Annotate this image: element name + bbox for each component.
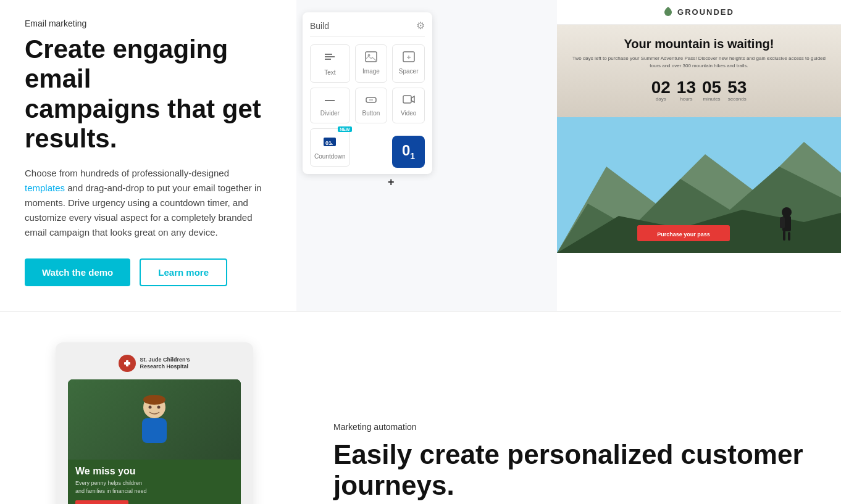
email-card-text-area: We miss you Every penny helps childrenan… xyxy=(68,460,241,504)
builder-item-countdown[interactable]: New 01 ₁ Countdown xyxy=(310,128,350,167)
email-hero-title: Your mountain is waiting! xyxy=(572,37,826,51)
days-label: days xyxy=(651,96,671,102)
svg-rect-27 xyxy=(124,362,130,365)
seconds-value: 53 xyxy=(727,79,747,96)
video-icon xyxy=(403,94,415,107)
email-we-miss-you: We miss you xyxy=(75,466,233,477)
svg-rect-2 xyxy=(325,59,331,60)
countdown-row: 02 days 13 hours 05 minutes 53 xyxy=(572,79,826,102)
countdown-days: 02 days xyxy=(651,79,671,102)
learn-more-button[interactable]: Learn more xyxy=(140,258,227,286)
svg-point-19 xyxy=(782,207,792,217)
builder-header: Build ⚙ xyxy=(310,20,425,37)
automation-headline: Easily create personalized customer jour… xyxy=(333,439,804,502)
spacer-label: Spacer xyxy=(399,68,419,75)
email-header-bar: GROUNDED xyxy=(557,0,841,25)
hours-label: hours xyxy=(677,96,696,102)
templates-link[interactable]: templates xyxy=(25,183,65,193)
hospital-logo-icon xyxy=(119,355,136,372)
email-card-sub: Every penny helps childrenand families i… xyxy=(75,479,233,495)
bottom-section: St. Jude Children's Research Hospital xyxy=(0,312,841,504)
button-group: Watch the demo Learn more xyxy=(25,258,272,286)
builder-item-image[interactable]: Image xyxy=(355,44,388,83)
email-hero-sub: Two days left to purchase your Summer Ad… xyxy=(572,55,826,70)
image-icon xyxy=(365,51,377,65)
spacer-icon xyxy=(403,51,415,65)
email-logo-area: GROUNDED xyxy=(664,6,734,18)
countdown-floating-text: 01 xyxy=(402,143,415,160)
svg-point-32 xyxy=(157,405,161,408)
builder-item-text[interactable]: Text xyxy=(310,44,350,83)
builder-item-video[interactable]: Video xyxy=(392,88,425,123)
bottom-right-content: Marketing automation Easily create perso… xyxy=(309,342,841,504)
svg-rect-20 xyxy=(780,217,785,228)
main-headline: Create engaging email campaigns that get… xyxy=(25,35,272,154)
hospital-name-text: St. Jude Children's Research Hospital xyxy=(140,357,190,370)
svg-rect-30 xyxy=(142,418,167,443)
svg-rect-3 xyxy=(366,52,377,62)
button-label: Button xyxy=(362,110,380,117)
top-left-content: Email marketing Create engaging email ca… xyxy=(0,0,296,311)
top-section: Email marketing Create engaging email ca… xyxy=(0,0,841,312)
countdown-block-icon: 01 ₁ xyxy=(323,135,337,151)
builder-item-spacer[interactable]: Spacer xyxy=(392,44,425,83)
svg-text:₁: ₁ xyxy=(331,141,333,146)
text-block-icon xyxy=(324,51,336,67)
svg-text:Purchase your pass: Purchase your pass xyxy=(657,231,710,238)
watch-demo-button[interactable]: Watch the demo xyxy=(25,258,130,286)
seconds-label: seconds xyxy=(727,96,747,102)
minutes-label: minutes xyxy=(702,96,721,102)
gear-icon[interactable]: ⚙ xyxy=(416,20,425,31)
video-label: Video xyxy=(401,110,416,117)
countdown-seconds: 53 seconds xyxy=(727,79,747,102)
automation-section-label: Marketing automation xyxy=(333,422,804,432)
divider-icon xyxy=(324,94,336,107)
builder-title: Build xyxy=(310,21,329,31)
brand-name: GROUNDED xyxy=(677,7,734,17)
journey-mockup: St. Jude Children's Research Hospital xyxy=(56,342,253,504)
leaf-logo-icon xyxy=(664,6,672,18)
hospital-logo-area: St. Jude Children's Research Hospital xyxy=(68,355,241,372)
plus-icon: + xyxy=(388,176,395,189)
divider-label: Divider xyxy=(320,110,340,117)
hours-value: 13 xyxy=(677,79,696,96)
svg-rect-0 xyxy=(325,54,332,55)
builder-item-divider[interactable]: Divider xyxy=(310,88,350,123)
text-label: Text xyxy=(324,69,335,76)
bottom-left-mockup: St. Jude Children's Research Hospital xyxy=(0,342,309,504)
email-card-image xyxy=(68,379,241,460)
image-label: Image xyxy=(362,68,380,75)
builder-item-button[interactable]: Button xyxy=(355,88,388,123)
email-campaign-card: We miss you Every penny helps childrenan… xyxy=(68,379,241,504)
new-badge: New xyxy=(338,126,351,132)
svg-rect-9 xyxy=(403,96,411,103)
top-right-preview: Build ⚙ Text Image xyxy=(296,0,841,311)
section-label: Email marketing xyxy=(25,19,272,28)
svg-point-31 xyxy=(149,405,152,408)
description: Choose from hundreds of professionally-d… xyxy=(25,166,272,240)
countdown-floating: 01 xyxy=(392,136,425,168)
countdown-minutes: 05 minutes xyxy=(702,79,721,102)
email-preview: GROUNDED Your mountain is waiting! Two d… xyxy=(557,0,841,311)
button-block-icon xyxy=(365,94,377,107)
hospital-logo: St. Jude Children's Research Hospital xyxy=(119,355,190,372)
minutes-value: 05 xyxy=(702,79,721,96)
countdown-label: Countdown xyxy=(314,153,346,160)
svg-rect-22 xyxy=(788,232,790,241)
mountain-background: Purchase your pass xyxy=(557,117,841,253)
svg-rect-21 xyxy=(783,231,785,241)
description-before-link: Choose from hundreds of professionally-d… xyxy=(25,168,229,178)
svg-rect-1 xyxy=(325,56,335,57)
countdown-hours: 13 hours xyxy=(677,79,696,102)
days-value: 02 xyxy=(651,79,671,96)
email-preview-inner: GROUNDED Your mountain is waiting! Two d… xyxy=(557,0,841,311)
donate-button: DONATE NOW xyxy=(75,500,128,504)
svg-point-29 xyxy=(143,395,165,405)
